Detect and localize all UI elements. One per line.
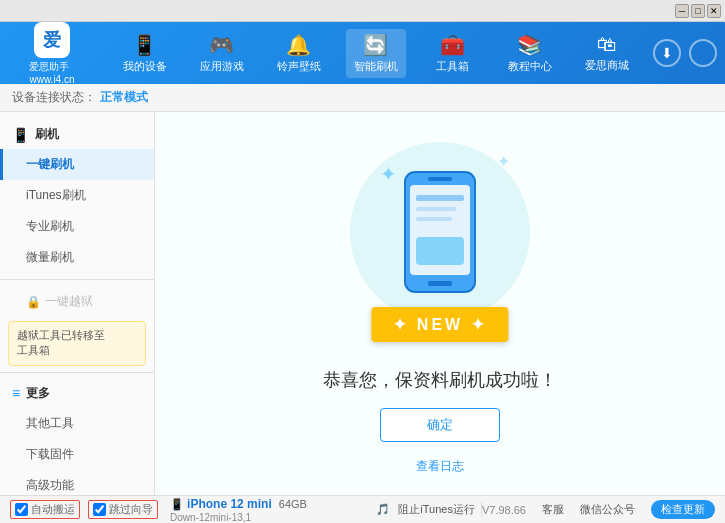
wechat-public-link[interactable]: 微信公众号 bbox=[580, 502, 635, 517]
skip-wizard-checkbox-item: 跳过向导 bbox=[88, 500, 158, 519]
logo-area: 爱 爱思助手 www.i4.cn bbox=[8, 22, 96, 85]
new-badge: ✦ NEW ✦ bbox=[371, 307, 508, 342]
success-message: 恭喜您，保资料刷机成功啦！ bbox=[323, 368, 557, 392]
smart-flash-icon: 🔄 bbox=[363, 33, 388, 57]
download-btn[interactable]: ⬇ bbox=[653, 39, 681, 67]
svg-rect-2 bbox=[428, 281, 452, 286]
nav-mall[interactable]: 🛍 爱思商城 bbox=[577, 29, 637, 77]
app-game-icon: 🎮 bbox=[209, 33, 234, 57]
nav-tutorial[interactable]: 📚 教程中心 bbox=[500, 29, 560, 78]
maximize-btn[interactable]: □ bbox=[691, 4, 705, 18]
section-more: ≡ 更多 bbox=[0, 379, 154, 408]
mall-icon: 🛍 bbox=[597, 33, 617, 56]
close-btn[interactable]: ✕ bbox=[707, 4, 721, 18]
sidebar-advanced[interactable]: 高级功能 bbox=[0, 470, 154, 495]
sidebar-one-key-flash[interactable]: 一键刷机 bbox=[0, 149, 154, 180]
bottom-bar: 自动搬运 跳过向导 📱 iPhone 12 mini 64GB Down-12m… bbox=[0, 495, 725, 523]
divider-1 bbox=[0, 279, 154, 280]
auto-import-checkbox-item: 自动搬运 bbox=[10, 500, 80, 519]
section-flash: 📱 刷机 bbox=[0, 120, 154, 149]
title-bar: ─ □ ✕ bbox=[0, 0, 725, 22]
customer-service-link[interactable]: 客服 bbox=[542, 502, 564, 517]
flash-section-icon: 📱 bbox=[12, 127, 29, 143]
ringtone-icon: 🔔 bbox=[286, 33, 311, 57]
phone-circle-bg: ✦ ✦ bbox=[350, 142, 530, 322]
device-storage: 64GB bbox=[279, 498, 307, 510]
logo-icon: 爱 bbox=[34, 22, 70, 58]
tutorial-icon: 📚 bbox=[517, 33, 542, 57]
nav-my-device[interactable]: 📱 我的设备 bbox=[115, 29, 175, 78]
logo-text: 爱思助手 www.i4.cn bbox=[29, 60, 74, 85]
sidebar-micro-flash[interactable]: 微量刷机 bbox=[0, 242, 154, 273]
main-layout: 📱 刷机 一键刷机 iTunes刷机 专业刷机 微量刷机 🔒 一键越狱 越狱工具… bbox=[0, 112, 725, 495]
sidebar-pro-flash[interactable]: 专业刷机 bbox=[0, 211, 154, 242]
sidebar-other-tools[interactable]: 其他工具 bbox=[0, 408, 154, 439]
svg-rect-3 bbox=[428, 177, 452, 181]
device-info: 📱 iPhone 12 mini 64GB Down-12mini-13,1 bbox=[170, 497, 307, 523]
nav-ringtone[interactable]: 🔔 铃声壁纸 bbox=[269, 29, 329, 78]
nav-toolbox[interactable]: 🧰 工具箱 bbox=[423, 29, 483, 78]
daily-log-link[interactable]: 查看日志 bbox=[416, 458, 464, 475]
itunes-icon: 🎵 bbox=[376, 503, 390, 516]
minimize-btn[interactable]: ─ bbox=[675, 4, 689, 18]
nav-right: ⬇ 👤 bbox=[653, 39, 717, 67]
svg-rect-4 bbox=[416, 195, 464, 201]
toolbox-icon: 🧰 bbox=[440, 33, 465, 57]
content-area: ✦ ✦ bbox=[155, 112, 725, 495]
phone-illustration: ✦ ✦ bbox=[340, 132, 540, 332]
svg-rect-5 bbox=[416, 207, 456, 211]
nav-smart-flash[interactable]: 🔄 智能刷机 bbox=[346, 29, 406, 78]
user-btn[interactable]: 👤 bbox=[689, 39, 717, 67]
auto-import-checkbox[interactable] bbox=[15, 503, 28, 516]
itunes-status-area: 🎵 阻止iTunes运行 bbox=[376, 502, 482, 517]
sidebar-itunes-flash[interactable]: iTunes刷机 bbox=[0, 180, 154, 211]
bottom-left: 自动搬运 跳过向导 📱 iPhone 12 mini 64GB Down-12m… bbox=[10, 497, 376, 523]
device-icon: 📱 bbox=[170, 498, 187, 510]
sidebar-jailbreak-disabled: 🔒 一键越狱 bbox=[0, 286, 154, 317]
svg-rect-7 bbox=[416, 237, 464, 265]
bottom-right: V7.98.66 客服 微信公众号 检查更新 bbox=[482, 500, 715, 519]
sidebar: 📱 刷机 一键刷机 iTunes刷机 专业刷机 微量刷机 🔒 一键越狱 越狱工具… bbox=[0, 112, 155, 495]
status-bar: 设备连接状态： 正常模式 bbox=[0, 84, 725, 112]
nav-app-game[interactable]: 🎮 应用游戏 bbox=[192, 29, 252, 78]
lock-icon: 🔒 bbox=[26, 295, 41, 309]
sidebar-jailbreak-note: 越狱工具已转移至工具箱 bbox=[8, 321, 146, 366]
sparkle-tl-icon: ✦ bbox=[380, 162, 397, 186]
top-nav: 爱 爱思助手 www.i4.cn 📱 我的设备 🎮 应用游戏 🔔 铃声壁纸 🔄 … bbox=[0, 22, 725, 84]
skip-wizard-checkbox[interactable] bbox=[93, 503, 106, 516]
check-update-btn[interactable]: 检查更新 bbox=[651, 500, 715, 519]
sparkle-tr-icon: ✦ bbox=[497, 152, 510, 171]
sidebar-download-firmware[interactable]: 下载固件 bbox=[0, 439, 154, 470]
divider-2 bbox=[0, 372, 154, 373]
more-section-icon: ≡ bbox=[12, 385, 20, 401]
my-device-icon: 📱 bbox=[132, 33, 157, 57]
nav-items: 📱 我的设备 🎮 应用游戏 🔔 铃声壁纸 🔄 智能刷机 🧰 工具箱 📚 教程中心… bbox=[106, 29, 645, 78]
svg-rect-6 bbox=[416, 217, 452, 221]
center-content: ✦ ✦ bbox=[323, 132, 557, 475]
phone-svg bbox=[400, 167, 480, 297]
confirm-button[interactable]: 确定 bbox=[380, 408, 500, 442]
